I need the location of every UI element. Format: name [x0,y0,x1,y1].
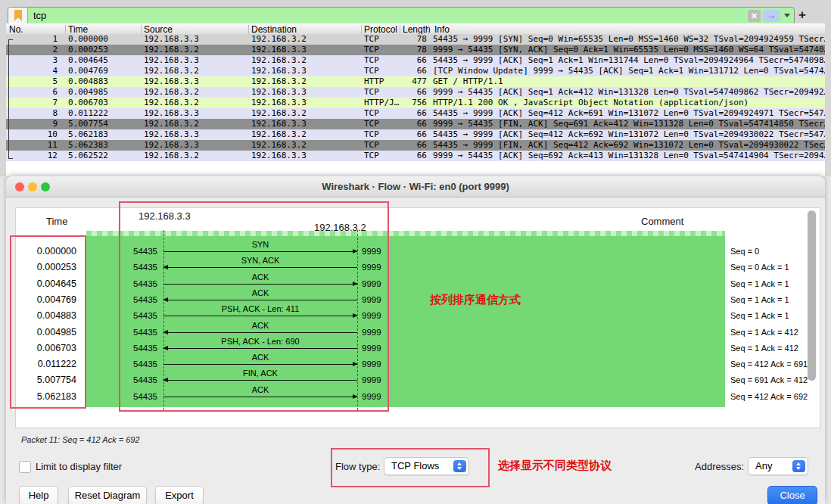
cell-info: GET / HTTP/1.1 [433,76,825,87]
column-divider[interactable] [400,25,400,34]
cell-proto: TCP [364,87,379,98]
flow-arrow-label: SYN, ACK [163,255,357,266]
table-row[interactable]: 10.000000192.168.3.3192.168.3.2TCP785443… [6,34,825,45]
cell-info: 9999 → 54435 [SYN, ACK] Seq=0 Ack=1 Win=… [433,45,825,55]
flow-row-time: 0.004769 [16,294,76,306]
table-row[interactable]: 125.062522192.168.3.2192.168.3.3TCP66999… [6,151,825,161]
cell-src: 192.168.3.3 [144,34,199,45]
flow-arrow-label: SYN [163,239,357,250]
annotation-flow-type-text: 选择显示不同类型协议 [498,459,612,473]
close-window-icon[interactable] [15,182,24,191]
addresses-select[interactable]: Any [748,457,808,475]
column-divider[interactable] [248,25,249,34]
table-row[interactable]: 95.007754192.168.3.2192.168.3.3TCP669999… [6,119,825,129]
flow-dialog-titlebar[interactable]: Wireshark · Flow · Wi-Fi: en0 (port 9999… [6,176,825,198]
cell-info: 54435 → 9999 [ACK] Seq=412 Ack=692 Win=1… [433,129,825,140]
flow-dst-port: 9999 [362,294,381,306]
flow-arrow [163,251,357,252]
table-row[interactable]: 105.062183192.168.3.3192.168.3.2TCP66544… [6,129,825,140]
cell-info: HTTP/1.1 200 OK , JavaScript Object Nota… [433,98,825,108]
column-header-protocol[interactable]: Protocol [364,24,397,35]
flow-src-port: 54435 [114,261,157,273]
filter-dropdown-icon[interactable] [784,14,790,17]
flow-type-select[interactable]: TCP Flows [384,457,469,475]
cell-src: 192.168.3.3 [144,108,199,119]
cell-time: 0.006703 [68,98,108,108]
cell-len: 66 [384,87,427,98]
cell-time: 0.000253 [68,45,108,55]
cell-dst: 192.168.3.3 [251,45,307,55]
flow-row-time: 0.004645 [16,278,76,290]
flow-arrow [163,397,357,397]
cell-src: 192.168.3.2 [144,151,199,161]
limit-to-display-filter-checkbox[interactable] [19,461,31,473]
zoom-window-icon[interactable] [41,182,50,191]
close-button[interactable]: Close [767,486,817,504]
column-header-info[interactable]: Info [434,24,450,35]
cell-len: 66 [384,108,427,119]
flow-src-port: 54435 [114,294,157,306]
column-header-destination[interactable]: Destination [251,24,297,35]
flow-arrow [163,364,357,365]
export-button[interactable]: Export [155,486,204,504]
table-row[interactable]: 30.004645192.168.3.3192.168.3.2TCP665443… [6,55,825,66]
flow-arrow-label: ACK [163,384,357,395]
flow-diagram-panel[interactable]: Time Comment 192.168.3.3 192.168.3.2 0.0… [15,207,820,428]
table-row[interactable]: 60.004985192.168.3.2192.168.3.3TCP669999… [6,87,825,98]
add-filter-button[interactable]: + [798,8,806,21]
help-button[interactable]: Help [19,486,58,504]
table-row[interactable]: 20.000253192.168.3.2192.168.3.3TCP789999… [6,45,825,55]
select-stepper-icon[interactable] [792,460,805,472]
column-divider[interactable] [141,25,142,34]
cell-len: 756 [384,98,427,108]
filter-bookmark-segment[interactable] [8,8,28,24]
cell-no: 1 [6,34,58,45]
node-label-left: 192.168.3.3 [138,210,191,222]
flow-dst-port: 9999 [362,358,381,370]
cell-time: 5.062522 [68,151,108,161]
filter-query[interactable]: tcp [33,10,46,21]
flow-row-time: 0.006703 [16,342,76,354]
diagram-scrollbar[interactable] [808,210,816,381]
select-stepper-icon[interactable] [453,460,466,472]
flow-arrow [163,300,357,300]
table-row[interactable]: 40.004769192.168.3.2192.168.3.3TCP66[TCP… [6,66,825,76]
cell-time: 5.062383 [68,140,108,151]
cell-time: 0.004645 [68,55,108,66]
column-divider[interactable] [65,25,66,34]
column-divider[interactable] [428,25,429,34]
cell-len: 66 [384,140,427,151]
display-filter-input[interactable]: tcp ✕ → [8,7,795,25]
cell-len: 477 [384,76,427,87]
cell-dst: 192.168.3.2 [251,34,307,45]
flow-dst-port: 9999 [362,342,381,354]
cell-dst: 192.168.3.2 [251,55,307,66]
cell-src: 192.168.3.3 [144,55,199,66]
cell-src: 192.168.3.2 [144,87,199,98]
cell-proto: TCP [364,140,379,151]
cell-dst: 192.168.3.3 [251,66,307,76]
bookmark-icon[interactable] [14,10,22,21]
cell-no: 9 [6,119,58,129]
cell-dst: 192.168.3.2 [251,76,307,87]
column-header-source[interactable]: Source [144,24,173,35]
column-divider[interactable] [361,25,362,34]
reset-diagram-button[interactable]: Reset Diagram [68,486,147,504]
cell-dst: 192.168.3.3 [251,87,307,98]
table-row[interactable]: 80.011222192.168.3.3192.168.3.2TCP665443… [6,108,825,119]
table-row[interactable]: 50.004883192.168.3.3192.168.3.2HTTP477GE… [6,76,825,87]
column-header-no[interactable]: No. [9,24,23,35]
table-row[interactable]: 70.006703192.168.3.2192.168.3.3HTTP/J…75… [6,98,825,108]
minimize-window-icon[interactable] [28,182,37,191]
apply-filter-icon[interactable]: → [763,10,780,22]
column-header-time[interactable]: Time [68,24,88,35]
flow-dialog-title: Wireshark · Flow · Wi-Fi: en0 (port 9999… [322,181,509,192]
clear-filter-icon[interactable]: ✕ [748,10,761,22]
cell-time: 5.062183 [68,129,108,140]
table-row[interactable]: 115.062383192.168.3.3192.168.3.2TCP66544… [6,140,825,151]
cell-info: 54435 → 9999 [ACK] Seq=412 Ack=691 Win=1… [433,108,825,119]
cell-proto: TCP [364,151,379,161]
cell-info: [TCP Window Update] 9999 → 54435 [ACK] S… [433,66,825,76]
cell-no: 6 [6,87,58,98]
flow-arrow-label: FIN, ACK [163,368,357,378]
